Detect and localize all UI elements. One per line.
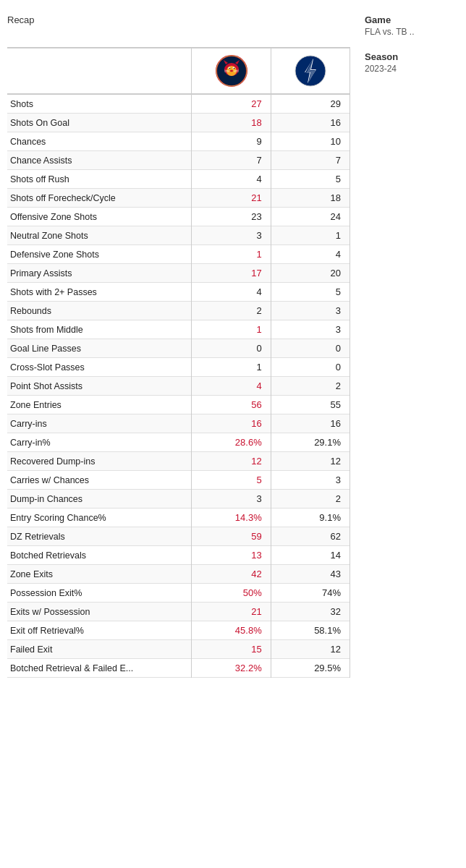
stat-label: Defensive Zone Shots: [7, 245, 192, 264]
right-panel: Game FLA vs. TB .. Season 2023-24: [357, 14, 459, 678]
tb-value: 5: [271, 170, 350, 189]
page-wrapper: Recap: [0, 0, 466, 692]
left-panel: Recap: [7, 14, 350, 678]
stat-label: Point Shot Assists: [7, 377, 192, 396]
tb-value: 29.1%: [271, 433, 350, 452]
tb-value: 29.5%: [271, 659, 350, 678]
stat-label: Botched Retrieval & Failed E...: [7, 659, 192, 678]
table-row: Zone Entries5655: [7, 396, 350, 414]
stat-label: Shots On Goal: [7, 114, 192, 132]
stat-label: Exits w/ Possession: [7, 603, 192, 621]
tb-value: 29: [271, 94, 350, 114]
tb-value: 32: [271, 603, 350, 621]
fla-value: 4: [192, 377, 271, 396]
table-row: DZ Retrievals5962: [7, 527, 350, 546]
stats-tbody: Shots2729Shots On Goal1816Chances910Chan…: [7, 94, 350, 678]
stats-table: Shots2729Shots On Goal1816Chances910Chan…: [7, 47, 350, 678]
fla-value: 18: [192, 114, 271, 132]
tb-value: 10: [271, 132, 350, 151]
table-row: Cross-Slot Passes10: [7, 358, 350, 377]
svg-point-8: [233, 68, 234, 69]
fla-value: 2: [192, 302, 271, 320]
stat-label: Entry Scoring Chance%: [7, 509, 192, 527]
fla-value: 15: [192, 640, 271, 659]
label-col-header: [7, 48, 192, 94]
fla-value: 1: [192, 358, 271, 377]
stat-label: Shots: [7, 94, 192, 114]
fla-value: 28.6%: [192, 433, 271, 452]
table-row: Primary Assists1720: [7, 264, 350, 283]
table-row: Carries w/ Chances53: [7, 471, 350, 490]
stat-label: Carries w/ Chances: [7, 471, 192, 490]
fla-value: 23: [192, 208, 271, 226]
fla-value: 21: [192, 189, 271, 208]
table-row: Carry-ins1616: [7, 414, 350, 433]
tb-value: 3: [271, 302, 350, 320]
stat-label: Neutral Zone Shots: [7, 226, 192, 245]
fla-value: 7: [192, 151, 271, 170]
tb-value: 24: [271, 208, 350, 226]
tb-value: 2: [271, 490, 350, 509]
tb-value: 62: [271, 527, 350, 546]
fla-value: 17: [192, 264, 271, 283]
table-row: Rebounds23: [7, 302, 350, 320]
season-value: 2023-24: [365, 64, 459, 74]
table-row: Goal Line Passes00: [7, 339, 350, 358]
stat-label: Carry-ins: [7, 414, 192, 433]
table-row: Recovered Dump-ins1212: [7, 452, 350, 471]
tb-logo-icon: [295, 55, 326, 87]
fla-value: 42: [192, 565, 271, 584]
table-row: Neutral Zone Shots31: [7, 226, 350, 245]
table-row: Zone Exits4243: [7, 565, 350, 584]
table-row: Shots with 2+ Passes45: [7, 283, 350, 302]
stat-label: Chance Assists: [7, 151, 192, 170]
season-label: Season: [365, 51, 459, 62]
stat-label: Shots with 2+ Passes: [7, 283, 192, 302]
table-header-row: [7, 48, 350, 94]
tb-value: 74%: [271, 584, 350, 603]
tb-logo-container: [274, 53, 347, 89]
fla-value: 14.3%: [192, 509, 271, 527]
fla-value: 4: [192, 170, 271, 189]
tb-value: 5: [271, 283, 350, 302]
stat-label: Offensive Zone Shots: [7, 208, 192, 226]
fla-value: 1: [192, 245, 271, 264]
stat-label: Exit off Retrieval%: [7, 621, 192, 640]
table-row: Shots2729: [7, 94, 350, 114]
stat-label: Recovered Dump-ins: [7, 452, 192, 471]
table-row: Shots On Goal1816: [7, 114, 350, 132]
table-row: Defensive Zone Shots14: [7, 245, 350, 264]
tb-value: 58.1%: [271, 621, 350, 640]
table-row: Shots from Middle13: [7, 320, 350, 339]
fla-value: 4: [192, 283, 271, 302]
tb-value: 18: [271, 189, 350, 208]
table-row: Point Shot Assists42: [7, 377, 350, 396]
fla-value: 9: [192, 132, 271, 151]
tb-value: 3: [271, 471, 350, 490]
fla-value: 3: [192, 490, 271, 509]
stat-label: DZ Retrievals: [7, 527, 192, 546]
fla-value: 45.8%: [192, 621, 271, 640]
stat-label: Botched Retrievals: [7, 546, 192, 565]
stat-label: Zone Entries: [7, 396, 192, 414]
tb-team-header: [271, 48, 350, 94]
stat-label: Failed Exit: [7, 640, 192, 659]
fla-value: 0: [192, 339, 271, 358]
tb-value: 12: [271, 640, 350, 659]
fla-value: 5: [192, 471, 271, 490]
stat-label: Possession Exit%: [7, 584, 192, 603]
tb-value: 4: [271, 245, 350, 264]
fla-value: 27: [192, 94, 271, 114]
tb-value: 12: [271, 452, 350, 471]
table-row: Possession Exit%50%74%: [7, 584, 350, 603]
tb-value: 2: [271, 377, 350, 396]
stat-label: Rebounds: [7, 302, 192, 320]
stat-label: Dump-in Chances: [7, 490, 192, 509]
fla-value: 59: [192, 527, 271, 546]
tb-value: 7: [271, 151, 350, 170]
stat-label: Zone Exits: [7, 565, 192, 584]
table-row: Exits w/ Possession2132: [7, 603, 350, 621]
fla-value: 1: [192, 320, 271, 339]
tb-value: 20: [271, 264, 350, 283]
fla-value: 32.2%: [192, 659, 271, 678]
